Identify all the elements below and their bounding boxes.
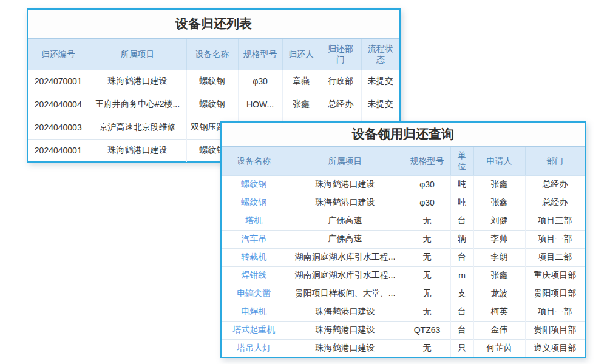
table-row: 塔机广佛高速无台刘健项目三部 xyxy=(222,212,585,230)
table-row: 螺纹钢珠海鹤港口建设φ30吨张鑫总经办 xyxy=(222,175,585,194)
return-list-header-row: 归还编号所属项目设备名称规格型号归还人归还部门流程状态 xyxy=(28,38,399,70)
cell: 柯英 xyxy=(473,303,525,321)
cell: 台 xyxy=(450,212,473,230)
cell: 总经办 xyxy=(525,175,585,194)
cell: 项目一部 xyxy=(525,230,585,248)
equipment-name-link[interactable]: 塔式起重机 xyxy=(222,321,287,339)
cell: 行政部 xyxy=(320,70,361,93)
table-row: 2024040004王府井商务中心#2楼...螺纹钢HOW...张鑫总经办未提交 xyxy=(28,93,399,116)
cell: 吨 xyxy=(450,194,473,212)
table-row: 塔式起重机珠海鹤港口建设QTZ63台金伟贵阳项目部 xyxy=(222,321,585,339)
cell: φ30 xyxy=(404,194,450,212)
column-header: 所属项目 xyxy=(287,146,404,175)
table-row: 塔吊大灯珠海鹤港口建设无只何芷茵遵义项目部 xyxy=(222,339,585,357)
cell: 珠海鹤港口建设 xyxy=(287,175,404,194)
cell: 张鑫 xyxy=(282,93,320,116)
table-row: 电镐尖凿贵阳项目样板间、大堂、...无支龙波贵阳项目部 xyxy=(222,285,585,303)
cell: 无 xyxy=(404,285,450,303)
cell: 2024040003 xyxy=(28,116,89,139)
cell: 未提交 xyxy=(361,93,399,116)
cell: 李帅 xyxy=(473,230,525,248)
column-header: 归还编号 xyxy=(28,38,89,70)
cell: 珠海鹤港口建设 xyxy=(89,70,186,93)
cell: 总经办 xyxy=(320,93,361,116)
cell: 项目一部 xyxy=(525,303,585,321)
cell: 贵阳项目部 xyxy=(525,285,585,303)
cell: 辆 xyxy=(450,230,473,248)
cell: 支 xyxy=(450,285,473,303)
cell: 螺纹钢 xyxy=(186,93,238,116)
cell: 金伟 xyxy=(473,321,525,339)
column-header: 单位 xyxy=(450,146,473,175)
cell: 广佛高速 xyxy=(287,212,404,230)
equipment-name-link[interactable]: 塔吊大灯 xyxy=(222,339,287,357)
column-header: 部门 xyxy=(525,146,585,175)
table-row: 电焊机珠海鹤港口建设无台柯英项目一部 xyxy=(222,303,585,321)
cell: 项目三部 xyxy=(525,212,585,230)
equipment-name-link[interactable]: 塔机 xyxy=(222,212,287,230)
cell: 龙波 xyxy=(473,285,525,303)
cell: 珠海鹤港口建设 xyxy=(287,321,404,339)
cell: 广佛高速 xyxy=(287,230,404,248)
cell: 无 xyxy=(404,212,450,230)
table-row: 2024070001珠海鹤港口建设螺纹钢φ30章燕行政部未提交 xyxy=(28,70,399,93)
column-header: 归还人 xyxy=(282,38,320,70)
cell: 珠海鹤港口建设 xyxy=(287,303,404,321)
query-title: 设备领用归还查询 xyxy=(222,123,585,146)
column-header: 所属项目 xyxy=(89,38,186,70)
cell: 珠海鹤港口建设 xyxy=(287,339,404,357)
cell: 总经办 xyxy=(525,194,585,212)
equipment-name-link[interactable]: 焊钳线 xyxy=(222,266,287,285)
cell: 张鑫 xyxy=(473,175,525,194)
cell: 台 xyxy=(450,248,473,266)
cell: 台 xyxy=(450,321,473,339)
cell: 无 xyxy=(404,230,450,248)
cell: 张鑫 xyxy=(473,194,525,212)
cell: 贵阳项目部 xyxy=(525,321,585,339)
cell: 遵义项目部 xyxy=(525,339,585,357)
cell: 珠海鹤港口建设 xyxy=(89,139,186,162)
cell: 无 xyxy=(404,339,450,357)
column-header: 设备名称 xyxy=(222,146,287,175)
cell: 只 xyxy=(450,339,473,357)
cell: 李朗 xyxy=(473,248,525,266)
equipment-name-link[interactable]: 螺纹钢 xyxy=(222,175,287,194)
cell: 螺纹钢 xyxy=(186,70,238,93)
cell: QTZ63 xyxy=(404,321,450,339)
cell: 2024040001 xyxy=(28,139,89,162)
cell: 湖南洞庭湖水库引水工程... xyxy=(287,248,404,266)
query-header-row: 设备名称所属项目规格型号单位申请人部门 xyxy=(222,146,585,175)
cell: 京沪高速北京段维修 xyxy=(89,116,186,139)
cell: HOW... xyxy=(238,93,282,116)
equipment-query-window: 设备领用归还查询 设备名称所属项目规格型号单位申请人部门 螺纹钢珠海鹤港口建设φ… xyxy=(220,121,586,358)
cell: m xyxy=(450,266,473,285)
cell: φ30 xyxy=(404,175,450,194)
table-row: 螺纹钢珠海鹤港口建设φ30吨张鑫总经办 xyxy=(222,194,585,212)
cell: 刘健 xyxy=(473,212,525,230)
equipment-name-link[interactable]: 螺纹钢 xyxy=(222,194,287,212)
cell: 重庆项目部 xyxy=(525,266,585,285)
cell: 王府井商务中心#2楼... xyxy=(89,93,186,116)
cell: 2024040004 xyxy=(28,93,89,116)
query-table: 设备名称所属项目规格型号单位申请人部门 螺纹钢珠海鹤港口建设φ30吨张鑫总经办螺… xyxy=(222,146,585,357)
equipment-name-link[interactable]: 转载机 xyxy=(222,248,287,266)
equipment-name-link[interactable]: 汽车吊 xyxy=(222,230,287,248)
table-row: 汽车吊广佛高速无辆李帅项目一部 xyxy=(222,230,585,248)
column-header: 设备名称 xyxy=(186,38,238,70)
cell: 湖南洞庭湖水库引水工程... xyxy=(287,266,404,285)
equipment-name-link[interactable]: 电焊机 xyxy=(222,303,287,321)
cell: 章燕 xyxy=(282,70,320,93)
column-header: 流程状态 xyxy=(361,38,399,70)
column-header: 规格型号 xyxy=(404,146,450,175)
cell: 何芷茵 xyxy=(473,339,525,357)
return-list-title: 设备归还列表 xyxy=(28,10,399,38)
cell: 台 xyxy=(450,303,473,321)
column-header: 申请人 xyxy=(473,146,525,175)
equipment-name-link[interactable]: 电镐尖凿 xyxy=(222,285,287,303)
cell: φ30 xyxy=(238,70,282,93)
cell: 无 xyxy=(404,248,450,266)
table-row: 焊钳线湖南洞庭湖水库引水工程...无m张鑫重庆项目部 xyxy=(222,266,585,285)
cell: 珠海鹤港口建设 xyxy=(287,194,404,212)
column-header: 归还部门 xyxy=(320,38,361,70)
cell: 2024070001 xyxy=(28,70,89,93)
